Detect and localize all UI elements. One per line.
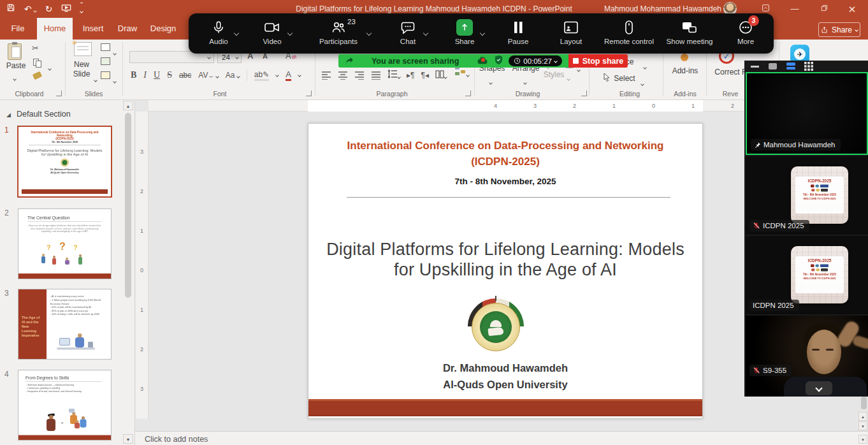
- format-painter-icon[interactable]: [33, 71, 43, 80]
- video-tile-icdpn-2[interactable]: ICDPN-2025 7th - 8th November 2025 WELCO…: [746, 236, 868, 314]
- audio-options-chevron[interactable]: [235, 26, 238, 38]
- text-direction-rtl-icon[interactable]: ¶◂: [421, 71, 428, 80]
- paste-button[interactable]: Paste: [1, 61, 31, 70]
- section-collapse-icon[interactable]: ◢: [6, 112, 11, 118]
- quick-styles-line2[interactable]: Styles: [539, 70, 568, 79]
- slide-layout-icon[interactable]: [101, 43, 110, 51]
- new-slide-icon[interactable]: ✳: [71, 41, 93, 59]
- meeting-timer[interactable]: 00:05:27: [509, 55, 562, 66]
- addins-button[interactable]: Add-ins: [667, 66, 704, 75]
- participants-options-chevron[interactable]: [367, 26, 371, 38]
- font-color-dropdown-icon[interactable]: [298, 73, 301, 77]
- close-button[interactable]: ✕: [846, 4, 858, 15]
- restore-button[interactable]: [818, 4, 830, 13]
- quick-styles-dropdown-icon[interactable]: [567, 71, 570, 83]
- clipboard-dialog-launcher[interactable]: [56, 91, 62, 96]
- copy-dropdown-icon[interactable]: [48, 61, 51, 73]
- new-slide-button[interactable]: New: [66, 60, 97, 69]
- slide-4-thumbnail[interactable]: From Degrees to Skills Shift from degree…: [18, 370, 112, 441]
- section-header[interactable]: Default Section: [17, 110, 71, 119]
- strikethrough-abc-icon[interactable]: abc: [179, 71, 191, 80]
- chat-options-chevron[interactable]: [424, 26, 428, 38]
- justify-icon[interactable]: [371, 71, 381, 80]
- new-slide-dropdown-icon[interactable]: [94, 73, 97, 84]
- share-presentation-button[interactable]: Share: [818, 22, 860, 37]
- notes-pane[interactable]: Click to add notes: [135, 431, 868, 445]
- ribbon-display-options-icon[interactable]: [760, 4, 771, 14]
- select-dropdown-icon[interactable]: [641, 77, 644, 88]
- show-meeting-button[interactable]: Show meeting: [655, 18, 725, 45]
- active-view-icon[interactable]: [786, 62, 795, 69]
- speaker-view-icon[interactable]: [769, 63, 777, 69]
- drawing-dialog-launcher[interactable]: [581, 91, 587, 96]
- section-dropdown-icon[interactable]: [113, 74, 116, 85]
- minimize-button[interactable]: —: [789, 4, 800, 13]
- stop-share-button[interactable]: Stop share: [568, 54, 628, 68]
- tab-design[interactable]: Design: [145, 18, 181, 40]
- tab-insert[interactable]: Insert: [78, 18, 108, 40]
- thumbs-scrollbar-thumb[interactable]: [125, 113, 131, 298]
- font-color-button[interactable]: A: [286, 69, 291, 81]
- next-slide-button[interactable]: ▼: [858, 421, 867, 430]
- poster-title: ICDPN-2025: [795, 179, 844, 184]
- vertical-ruler[interactable]: 3 2 1 0 1 2 3: [136, 112, 148, 419]
- columns-button[interactable]: [435, 69, 447, 81]
- thumbs-scroll-down-button[interactable]: ▼: [123, 434, 133, 444]
- panel-scroll-down-button[interactable]: [806, 381, 832, 395]
- video-tile-mahmoud[interactable]: Mahmoud Hawamdeh: [746, 72, 868, 155]
- paragraph-dialog-launcher[interactable]: [465, 91, 471, 96]
- replace-dropdown-icon[interactable]: [644, 60, 646, 71]
- slide-canvas[interactable]: International Conference on Data-Process…: [308, 123, 703, 419]
- text-direction-ltr-icon[interactable]: ▸¶: [407, 71, 414, 80]
- section-icon[interactable]: [101, 71, 110, 79]
- strikethrough-button[interactable]: S: [167, 70, 172, 80]
- font-dialog-launcher[interactable]: [306, 91, 312, 96]
- slide-1-thumbnail[interactable]: International Conference on Data-Process…: [17, 126, 112, 198]
- remote-control-button[interactable]: Remote control: [594, 18, 664, 45]
- layout-dropdown-icon[interactable]: [113, 46, 116, 57]
- align-center-icon[interactable]: [338, 71, 348, 80]
- character-spacing-button[interactable]: AV↔: [198, 71, 218, 80]
- highlight-color-button[interactable]: ab✎: [254, 70, 269, 81]
- main-scroll-down-button[interactable]: ▼: [858, 435, 867, 444]
- slide-2-number: 2: [4, 208, 9, 217]
- previous-slide-button[interactable]: ▲: [858, 412, 867, 421]
- slide-3-thumbnail[interactable]: The Age of AI and the New Learning Imper…: [18, 289, 112, 360]
- security-shield-icon[interactable]: [494, 55, 503, 68]
- reset-slide-icon[interactable]: [101, 57, 110, 65]
- align-left-icon[interactable]: [321, 71, 331, 80]
- layout-button[interactable]: Layout: [549, 18, 593, 45]
- more-button[interactable]: More: [723, 18, 768, 45]
- pause-share-button[interactable]: Pause: [496, 18, 540, 45]
- change-case-button[interactable]: Aa: [226, 71, 240, 80]
- slide-2-thumbnail[interactable]: The Central Question How can we design d…: [18, 208, 112, 279]
- tab-draw[interactable]: Draw: [113, 18, 141, 40]
- notes-placeholder[interactable]: Click to add notes: [145, 435, 208, 444]
- bold-button[interactable]: B: [131, 70, 136, 80]
- thumbs-scroll-up-button[interactable]: ▲: [123, 101, 133, 110]
- clipboard-group-label: Clipboard: [0, 90, 59, 98]
- align-right-icon[interactable]: [354, 71, 365, 80]
- underline-button[interactable]: U: [154, 70, 160, 80]
- paste-dropdown-icon[interactable]: [13, 71, 16, 83]
- select-button[interactable]: Select: [611, 74, 639, 83]
- participants-button[interactable]: Participants: [310, 18, 367, 45]
- ruler-number: 0: [140, 267, 143, 274]
- account-name[interactable]: Mahmoud Mohammad Hawamdeh: [604, 4, 721, 13]
- cut-icon[interactable]: ✂: [32, 43, 39, 53]
- new-slide-button-line2[interactable]: Slide: [66, 69, 97, 78]
- video-tile-s9-355[interactable]: S9-355: [746, 316, 868, 397]
- line-spacing-button[interactable]: [387, 69, 400, 81]
- share-options-chevron[interactable]: [481, 26, 484, 38]
- arrange-dropdown-icon[interactable]: [524, 75, 526, 87]
- paste-icon[interactable]: [8, 42, 24, 61]
- highlight-dropdown-icon[interactable]: [275, 73, 279, 77]
- shapes-dropdown-icon[interactable]: [489, 75, 492, 87]
- main-scrollbar-thumb[interactable]: [861, 397, 867, 409]
- tab-file[interactable]: File: [4, 18, 32, 40]
- panel-minimize-icon[interactable]: [751, 66, 759, 68]
- tab-home[interactable]: Home: [37, 18, 73, 40]
- italic-button[interactable]: I: [143, 70, 147, 80]
- video-options-chevron[interactable]: [288, 26, 292, 38]
- video-tile-icdpn-1[interactable]: ICDPN-2025 7th - 8th November 2025 WELCO…: [746, 156, 868, 235]
